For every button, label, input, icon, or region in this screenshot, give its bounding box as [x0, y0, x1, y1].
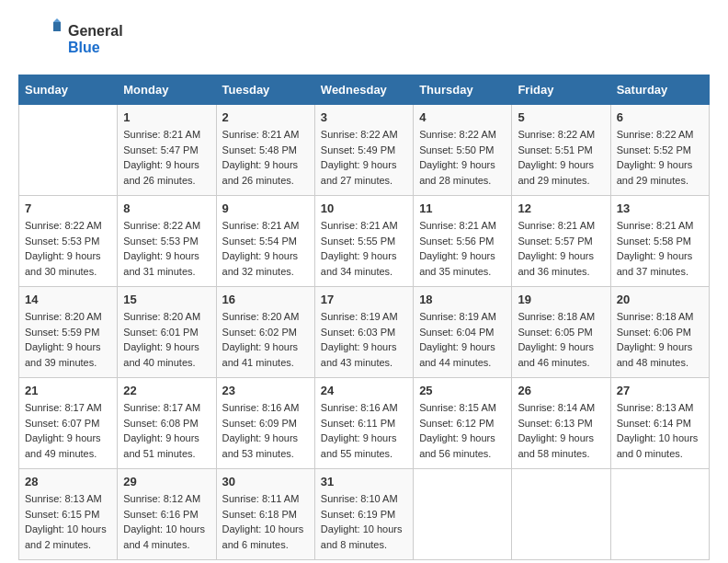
day-detail: Sunrise: 8:22 AMSunset: 5:50 PMDaylight:… — [419, 127, 506, 188]
calendar-cell — [19, 105, 118, 196]
day-number: 4 — [419, 110, 506, 124]
calendar-week-4: 21 Sunrise: 8:17 AMSunset: 6:07 PMDaylig… — [19, 378, 710, 469]
calendar-cell: 3 Sunrise: 8:22 AMSunset: 5:49 PMDayligh… — [314, 105, 413, 196]
calendar-header-row: SundayMondayTuesdayWednesdayThursdayFrid… — [19, 75, 710, 105]
calendar-cell: 14 Sunrise: 8:20 AMSunset: 5:59 PMDaylig… — [19, 287, 118, 378]
day-number: 6 — [617, 110, 703, 124]
day-detail: Sunrise: 8:21 AMSunset: 5:56 PMDaylight:… — [419, 218, 506, 279]
calendar-cell: 20 Sunrise: 8:18 AMSunset: 6:06 PMDaylig… — [610, 287, 709, 378]
calendar-cell: 30 Sunrise: 8:11 AMSunset: 6:18 PMDaylig… — [216, 469, 314, 560]
calendar-cell: 16 Sunrise: 8:20 AMSunset: 6:02 PMDaylig… — [216, 287, 314, 378]
day-number: 18 — [419, 293, 506, 306]
day-detail: Sunrise: 8:17 AMSunset: 6:08 PMDaylight:… — [123, 400, 210, 461]
calendar-cell: 2 Sunrise: 8:21 AMSunset: 5:48 PMDayligh… — [216, 105, 314, 196]
day-number: 27 — [617, 384, 703, 397]
header-sunday: Sunday — [19, 75, 118, 105]
calendar-cell: 4 Sunrise: 8:22 AMSunset: 5:50 PMDayligh… — [414, 105, 512, 196]
header-wednesday: Wednesday — [314, 75, 413, 105]
day-detail: Sunrise: 8:21 AMSunset: 5:54 PMDaylight:… — [222, 218, 309, 279]
logo-blue: Blue — [68, 40, 123, 56]
day-detail: Sunrise: 8:16 AMSunset: 6:11 PMDaylight:… — [321, 400, 407, 461]
calendar-cell: 1 Sunrise: 8:21 AMSunset: 5:47 PMDayligh… — [118, 105, 216, 196]
calendar-cell: 29 Sunrise: 8:12 AMSunset: 6:16 PMDaylig… — [118, 469, 216, 560]
calendar-cell: 26 Sunrise: 8:14 AMSunset: 6:13 PMDaylig… — [512, 378, 610, 469]
calendar-cell: 11 Sunrise: 8:21 AMSunset: 5:56 PMDaylig… — [414, 196, 512, 287]
calendar-cell: 28 Sunrise: 8:13 AMSunset: 6:15 PMDaylig… — [19, 469, 118, 560]
day-number: 21 — [25, 384, 111, 397]
day-detail: Sunrise: 8:15 AMSunset: 6:12 PMDaylight:… — [419, 400, 506, 461]
header-monday: Monday — [118, 75, 216, 105]
day-detail: Sunrise: 8:22 AMSunset: 5:51 PMDaylight:… — [518, 127, 604, 188]
calendar-cell: 5 Sunrise: 8:22 AMSunset: 5:51 PMDayligh… — [512, 105, 610, 196]
svg-marker-0 — [53, 22, 61, 31]
calendar-cell: 31 Sunrise: 8:10 AMSunset: 6:19 PMDaylig… — [314, 469, 413, 560]
day-detail: Sunrise: 8:20 AMSunset: 5:59 PMDaylight:… — [25, 309, 111, 370]
day-number: 17 — [321, 293, 407, 306]
day-number: 31 — [321, 475, 407, 488]
header-thursday: Thursday — [414, 75, 512, 105]
header-friday: Friday — [512, 75, 610, 105]
calendar-cell: 8 Sunrise: 8:22 AMSunset: 5:53 PMDayligh… — [118, 196, 216, 287]
day-number: 2 — [222, 110, 309, 124]
day-number: 3 — [321, 110, 407, 124]
day-detail: Sunrise: 8:18 AMSunset: 6:06 PMDaylight:… — [617, 309, 703, 370]
day-detail: Sunrise: 8:17 AMSunset: 6:07 PMDaylight:… — [25, 400, 111, 461]
logo: General Blue — [18, 18, 123, 60]
svg-marker-1 — [53, 18, 61, 22]
day-number: 22 — [123, 384, 210, 397]
day-detail: Sunrise: 8:21 AMSunset: 5:47 PMDaylight:… — [123, 127, 210, 188]
day-detail: Sunrise: 8:22 AMSunset: 5:53 PMDaylight:… — [123, 218, 210, 279]
day-detail: Sunrise: 8:12 AMSunset: 6:16 PMDaylight:… — [123, 491, 210, 552]
calendar-cell: 18 Sunrise: 8:19 AMSunset: 6:04 PMDaylig… — [414, 287, 512, 378]
day-detail: Sunrise: 8:20 AMSunset: 6:02 PMDaylight:… — [222, 309, 309, 370]
calendar-week-2: 7 Sunrise: 8:22 AMSunset: 5:53 PMDayligh… — [19, 196, 710, 287]
day-number: 28 — [25, 475, 111, 488]
day-number: 1 — [123, 110, 210, 124]
day-detail: Sunrise: 8:21 AMSunset: 5:48 PMDaylight:… — [222, 127, 309, 188]
day-number: 12 — [518, 201, 604, 215]
day-number: 8 — [123, 201, 210, 215]
page-header: General Blue — [18, 18, 710, 60]
day-number: 19 — [518, 293, 604, 306]
calendar-week-1: 1 Sunrise: 8:21 AMSunset: 5:47 PMDayligh… — [19, 105, 710, 196]
day-detail: Sunrise: 8:16 AMSunset: 6:09 PMDaylight:… — [222, 400, 309, 461]
day-detail: Sunrise: 8:21 AMSunset: 5:57 PMDaylight:… — [518, 218, 604, 279]
day-number: 30 — [222, 475, 309, 488]
logo-svg — [18, 18, 64, 60]
calendar-cell — [610, 469, 709, 560]
calendar-week-3: 14 Sunrise: 8:20 AMSunset: 5:59 PMDaylig… — [19, 287, 710, 378]
calendar-cell: 10 Sunrise: 8:21 AMSunset: 5:55 PMDaylig… — [314, 196, 413, 287]
calendar-cell: 9 Sunrise: 8:21 AMSunset: 5:54 PMDayligh… — [216, 196, 314, 287]
day-detail: Sunrise: 8:22 AMSunset: 5:49 PMDaylight:… — [321, 127, 407, 188]
calendar-cell: 23 Sunrise: 8:16 AMSunset: 6:09 PMDaylig… — [216, 378, 314, 469]
calendar-cell: 17 Sunrise: 8:19 AMSunset: 6:03 PMDaylig… — [314, 287, 413, 378]
calendar-cell — [512, 469, 610, 560]
day-detail: Sunrise: 8:19 AMSunset: 6:04 PMDaylight:… — [419, 309, 506, 370]
day-detail: Sunrise: 8:22 AMSunset: 5:52 PMDaylight:… — [617, 127, 703, 188]
day-number: 24 — [321, 384, 407, 397]
day-detail: Sunrise: 8:11 AMSunset: 6:18 PMDaylight:… — [222, 491, 309, 552]
calendar-cell: 27 Sunrise: 8:13 AMSunset: 6:14 PMDaylig… — [610, 378, 709, 469]
day-detail: Sunrise: 8:10 AMSunset: 6:19 PMDaylight:… — [321, 491, 407, 552]
day-number: 14 — [25, 293, 111, 306]
calendar-cell: 19 Sunrise: 8:18 AMSunset: 6:05 PMDaylig… — [512, 287, 610, 378]
calendar-cell: 7 Sunrise: 8:22 AMSunset: 5:53 PMDayligh… — [19, 196, 118, 287]
day-number: 25 — [419, 384, 506, 397]
calendar-cell: 15 Sunrise: 8:20 AMSunset: 6:01 PMDaylig… — [118, 287, 216, 378]
calendar-cell: 25 Sunrise: 8:15 AMSunset: 6:12 PMDaylig… — [414, 378, 512, 469]
calendar-cell: 24 Sunrise: 8:16 AMSunset: 6:11 PMDaylig… — [314, 378, 413, 469]
day-number: 5 — [518, 110, 604, 124]
day-number: 9 — [222, 201, 309, 215]
calendar-cell: 6 Sunrise: 8:22 AMSunset: 5:52 PMDayligh… — [610, 105, 709, 196]
day-number: 15 — [123, 293, 210, 306]
calendar-week-5: 28 Sunrise: 8:13 AMSunset: 6:15 PMDaylig… — [19, 469, 710, 560]
day-detail: Sunrise: 8:13 AMSunset: 6:15 PMDaylight:… — [25, 491, 111, 552]
day-detail: Sunrise: 8:18 AMSunset: 6:05 PMDaylight:… — [518, 309, 604, 370]
day-detail: Sunrise: 8:14 AMSunset: 6:13 PMDaylight:… — [518, 400, 604, 461]
header-saturday: Saturday — [610, 75, 709, 105]
day-detail: Sunrise: 8:13 AMSunset: 6:14 PMDaylight:… — [617, 400, 703, 461]
day-number: 7 — [25, 201, 111, 215]
day-detail: Sunrise: 8:20 AMSunset: 6:01 PMDaylight:… — [123, 309, 210, 370]
calendar-cell: 21 Sunrise: 8:17 AMSunset: 6:07 PMDaylig… — [19, 378, 118, 469]
header-tuesday: Tuesday — [216, 75, 314, 105]
